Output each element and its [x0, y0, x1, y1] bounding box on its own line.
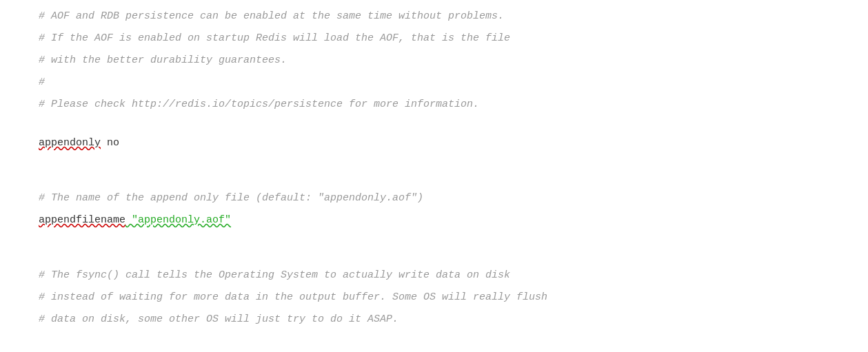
- command-keyword: appendfilename: [39, 214, 125, 226]
- code-line: [0, 231, 868, 248]
- code-line: [0, 154, 868, 171]
- comment-link-text: # Please check http://redis.io/topics/pe…: [39, 99, 479, 110]
- code-line: #: [0, 72, 868, 94]
- command-keyword: appendonly: [39, 137, 101, 149]
- command-value: no: [101, 137, 119, 149]
- code-line: # Please check http://redis.io/topics/pe…: [0, 94, 868, 116]
- code-line: # If the AOF is enabled on startup Redis…: [0, 28, 868, 50]
- code-line: [0, 171, 868, 187]
- comment-text: # data on disk, some other OS will just …: [39, 313, 398, 325]
- code-line: # The fsync() call tells the Operating S…: [0, 265, 868, 287]
- code-line: # The name of the append only file (defa…: [0, 187, 868, 209]
- comment-text: #: [39, 76, 45, 88]
- comment-text: # If the AOF is enabled on startup Redis…: [39, 32, 510, 44]
- code-line: # AOF and RDB persistence can be enabled…: [0, 6, 868, 28]
- code-line: # data on disk, some other OS will just …: [0, 309, 868, 331]
- comment-text: # The fsync() call tells the Operating S…: [39, 269, 510, 281]
- comment-text: # AOF and RDB persistence can be enabled…: [39, 10, 504, 22]
- code-line: appendfilename "appendonly.aof": [0, 209, 868, 231]
- comment-text: # The name of the append only file (defa…: [39, 192, 423, 204]
- code-line: appendonly no: [0, 132, 868, 154]
- code-line: [0, 116, 868, 132]
- command-string-value: "appendonly.aof": [125, 214, 231, 226]
- code-line: # with the better durability guarantees.: [0, 50, 868, 72]
- comment-text: # with the better durability guarantees.: [39, 54, 287, 66]
- code-line: # instead of waiting for more data in th…: [0, 287, 868, 309]
- code-container: # AOF and RDB persistence can be enabled…: [0, 0, 868, 352]
- comment-text: # instead of waiting for more data in th…: [39, 291, 547, 303]
- code-line: [0, 248, 868, 265]
